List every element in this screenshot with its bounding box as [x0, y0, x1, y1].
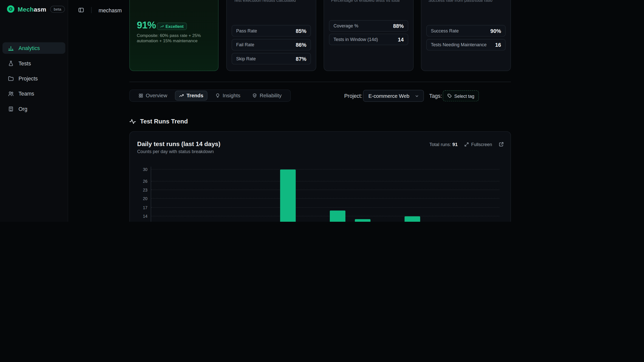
bar-jan-4-2026[interactable]	[280, 170, 296, 222]
coverage-card: Percentage of enabled tests vs total Cov…	[324, 0, 414, 71]
fullscreen-label: Fullscreen	[471, 142, 492, 147]
metric-value: 90%	[490, 28, 501, 34]
metric-label: Pass Rate	[236, 28, 257, 33]
metric-row-maintenance: Tests Needing Maintenance 16	[426, 39, 506, 51]
tab-reliability[interactable]: Reliability	[248, 91, 286, 101]
tab-overview[interactable]: Overview	[134, 91, 171, 101]
execution-card: Test execution results calculated Pass R…	[226, 0, 316, 71]
y-tick-label: 30	[143, 167, 147, 172]
success-card: Success rate from pass/total ratio Succe…	[421, 0, 511, 71]
chart-subtitle: Counts per day with status breakdown	[137, 149, 214, 154]
section-title: Test Runs Trend	[140, 118, 188, 125]
metric-label: Success Rate	[431, 28, 459, 33]
tab-label: Overview	[146, 93, 167, 99]
sidebar-item-projects[interactable]: Projects	[3, 73, 65, 84]
open-external-button[interactable]	[499, 142, 504, 147]
tab-label: Reliability	[260, 93, 281, 99]
metric-row-fail-rate: Fail Rate 86%	[232, 39, 311, 51]
sidebar-item-label: Analytics	[18, 45, 40, 51]
brand-wordmark: Mechasm	[18, 6, 46, 13]
sidebar-item-tests[interactable]: Tests	[3, 58, 65, 69]
chart-card: Daily test runs (last 14 days) Counts pe…	[129, 131, 511, 222]
health-status-badge: Excellent	[157, 23, 187, 30]
card-caption: Success rate from pass/total ratio	[428, 0, 507, 3]
trending-up-icon	[179, 93, 184, 98]
logo-icon	[7, 5, 15, 13]
app-window: Mechasm beta Analytics Tests Projects	[0, 0, 644, 222]
metric-label: Skip Rate	[236, 56, 256, 61]
metric-row-pass-rate: Pass Rate 85%	[232, 25, 311, 37]
y-tick-label: 23	[143, 188, 147, 192]
total-runs: Total runs:91	[429, 142, 458, 147]
project-select-value: E-commerce Web	[368, 93, 409, 99]
metric-value: 85%	[296, 28, 306, 34]
health-description: Composite: 60% pass rate + 25% automatio…	[137, 33, 203, 43]
project-select[interactable]: E-commerce Web	[363, 90, 424, 102]
metric-row-coverage: Coverage % 88%	[329, 20, 408, 32]
metric-value: 88%	[393, 23, 404, 29]
chart-actions: Total runs:91 Fullscreen	[429, 142, 504, 147]
external-link-icon	[499, 142, 504, 147]
gridline-20	[151, 198, 499, 199]
metric-value: 86%	[296, 42, 306, 48]
grid-icon	[138, 93, 143, 98]
bar-jan-7-2026[interactable]	[355, 219, 370, 222]
tags-label: Tags:	[429, 93, 442, 99]
panel-toggle-icon[interactable]	[78, 7, 84, 13]
metric-label: Fail Rate	[236, 42, 254, 47]
total-runs-label: Total runs:	[429, 142, 451, 147]
tab-label: Insights	[223, 93, 240, 99]
gridline-26	[151, 181, 499, 181]
flask-icon	[8, 60, 14, 66]
sidebar-item-teams[interactable]: Teams	[3, 88, 65, 99]
building-icon	[8, 106, 14, 112]
total-runs-value: 91	[452, 142, 458, 147]
expand-arrows-icon	[464, 142, 469, 147]
metric-row-success-rate: Success Rate 90%	[426, 25, 506, 37]
activity-pulse-icon	[129, 118, 136, 124]
card-caption: Percentage of enabled tests vs total	[331, 0, 410, 3]
y-tick-label: 17	[143, 205, 147, 210]
sidebar-item-label: Projects	[18, 75, 38, 81]
brand[interactable]: Mechasm beta	[7, 5, 65, 13]
tab-trends[interactable]: Trends	[175, 91, 208, 101]
fullscreen-button[interactable]: Fullscreen	[464, 142, 492, 147]
sidebar: Mechasm beta Analytics Tests Projects	[0, 0, 68, 222]
users-icon	[8, 90, 14, 97]
sidebar-item-org[interactable]: Org	[3, 103, 65, 115]
select-tag-label: Select tag	[454, 93, 474, 98]
trending-up-icon	[160, 24, 164, 28]
tab-insights[interactable]: Insights	[211, 91, 244, 101]
gridline-17	[151, 207, 499, 208]
folder-icon	[8, 75, 14, 81]
chart-plot: 25811141720232630	[151, 167, 499, 222]
chevron-down-icon	[414, 93, 419, 98]
select-tag-button[interactable]: Select tag	[443, 90, 479, 101]
chart-title: Daily test runs (last 14 days)	[137, 140, 220, 147]
project-label: Project:	[344, 93, 362, 99]
gridline-23	[151, 190, 499, 190]
beta-badge: beta	[50, 6, 65, 13]
topbar-divider	[91, 7, 92, 13]
health-score-card: 91% Excellent Composite: 60% pass rate +…	[129, 0, 218, 71]
section-header: Test Runs Trend	[129, 118, 188, 125]
metric-value: 87%	[296, 56, 306, 62]
y-tick-label: 14	[143, 214, 147, 219]
y-tick-label: 20	[143, 197, 147, 201]
workspace-name: mechasm	[99, 7, 122, 13]
sidebar-item-label: Teams	[18, 90, 34, 97]
metric-label: Tests Needing Maintenance	[431, 42, 487, 47]
sidebar-item-label: Org	[18, 106, 27, 112]
metric-row-skip-rate: Skip Rate 87%	[232, 53, 311, 65]
card-caption: Test execution results calculated	[234, 0, 312, 3]
bar-jan-9-2026[interactable]	[405, 216, 420, 222]
tag-icon	[447, 94, 452, 98]
metric-label: Tests in Window (14d)	[334, 37, 378, 42]
view-tabs: Overview Trends Insights Reliability	[129, 89, 291, 102]
sidebar-item-analytics[interactable]: Analytics	[3, 42, 65, 54]
main-content: 91% Excellent Composite: 60% pass rate +…	[129, 0, 511, 222]
bar-jan-6-2026[interactable]	[330, 210, 345, 222]
health-score-value: 91%	[137, 19, 156, 31]
shield-check-icon	[252, 93, 257, 98]
sidebar-item-label: Tests	[18, 60, 31, 66]
